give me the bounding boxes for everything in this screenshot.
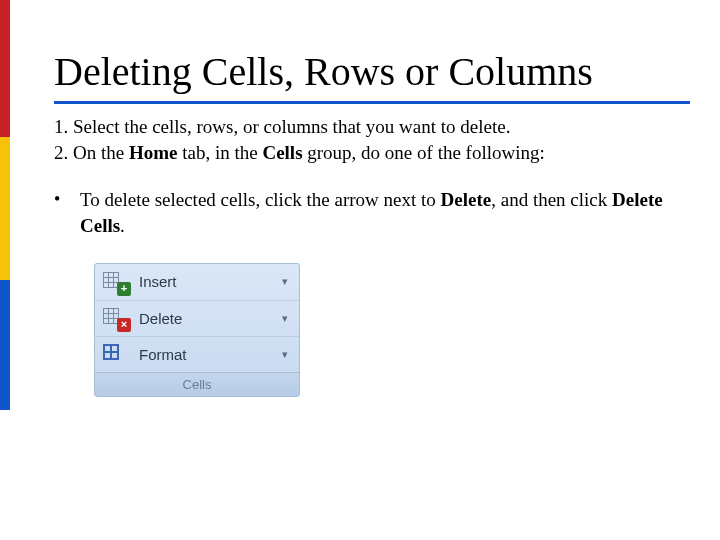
bullet-item: • To delete selected cells, click the ar…	[54, 187, 690, 238]
format-label: Format	[139, 346, 277, 363]
step-2-cells: Cells	[262, 142, 302, 163]
delete-dropdown-icon[interactable]: ▾	[277, 312, 293, 325]
bullet-delete: Delete	[441, 189, 492, 210]
delete-button[interactable]: × Delete ▾	[95, 300, 299, 336]
bullet-t1: To delete selected cells, click the arro…	[80, 189, 441, 210]
format-dropdown-icon[interactable]: ▾	[277, 348, 293, 361]
content-area: Deleting Cells, Rows or Columns 1. Selec…	[10, 0, 720, 397]
sidebar-red	[0, 0, 10, 137]
bullet-t3: .	[120, 215, 125, 236]
slide: Deleting Cells, Rows or Columns 1. Selec…	[0, 0, 720, 540]
step-2-prefix: 2. On the	[54, 142, 129, 163]
format-cells-icon	[101, 340, 131, 368]
sidebar-stripe	[0, 0, 10, 540]
format-button[interactable]: Format ▾	[95, 336, 299, 372]
step-2-home: Home	[129, 142, 178, 163]
sidebar-blue	[0, 280, 10, 410]
sidebar-white	[0, 410, 10, 540]
bullet-t2: , and then click	[491, 189, 612, 210]
step-2: 2. On the Home tab, in the Cells group, …	[54, 140, 690, 166]
page-title: Deleting Cells, Rows or Columns	[54, 48, 690, 104]
step-2-mid: tab, in the	[177, 142, 262, 163]
bullet-text: To delete selected cells, click the arro…	[80, 187, 690, 238]
insert-label: Insert	[139, 273, 277, 290]
cells-group: + Insert ▾ × Delete ▾ Format ▾ Cells	[94, 263, 300, 397]
delete-label: Delete	[139, 310, 277, 327]
step-2-suffix: group, do one of the following:	[303, 142, 545, 163]
delete-cells-icon: ×	[101, 304, 131, 332]
bullet-marker: •	[54, 187, 80, 211]
cells-group-label: Cells	[95, 372, 299, 396]
insert-cells-icon: +	[101, 268, 131, 296]
insert-dropdown-icon[interactable]: ▾	[277, 275, 293, 288]
sidebar-yellow	[0, 137, 10, 280]
numbered-steps: 1. Select the cells, rows, or columns th…	[54, 114, 690, 165]
insert-button[interactable]: + Insert ▾	[95, 264, 299, 300]
step-1: 1. Select the cells, rows, or columns th…	[54, 114, 690, 140]
